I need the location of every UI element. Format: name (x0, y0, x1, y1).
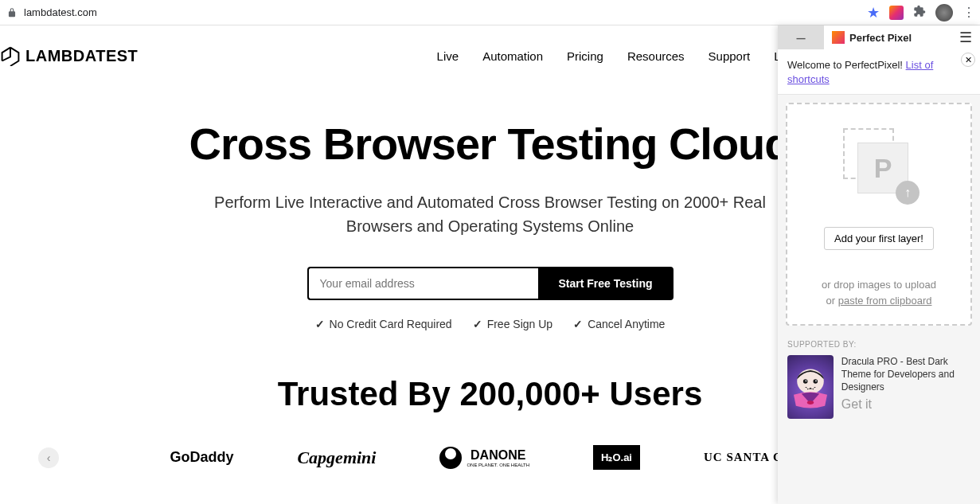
hero-subtitle: Perform Live Interactive and Automated C… (188, 190, 793, 238)
email-input[interactable] (307, 267, 538, 300)
svg-point-2 (813, 379, 818, 384)
perfectpixel-panel: – Perfect Pixel ☰ ✕ Welcome to PerfectPi… (778, 25, 980, 504)
extensions-puzzle-icon[interactable] (913, 5, 926, 21)
supported-by-label: SUPPORTED BY: (778, 334, 980, 352)
nav-link-resources[interactable]: Resources (627, 49, 685, 63)
promo-cta-link[interactable]: Get it (841, 397, 872, 412)
client-logo-danone: DANONE ONE PLANET. ONE HEALTH (439, 447, 529, 469)
carousel-prev-button[interactable]: ‹ (38, 447, 59, 468)
benefit-text: Free Sign Up (487, 318, 552, 330)
svg-point-0 (797, 369, 824, 394)
start-free-testing-button[interactable]: Start Free Testing (538, 267, 674, 300)
check-icon: ✓ (573, 318, 583, 330)
promo-title: Dracula PRO - Best Dark Theme for Develo… (841, 355, 970, 394)
browser-menu-icon[interactable]: ⋮ (962, 5, 974, 20)
brand-name: LAMBDATEST (25, 47, 138, 65)
welcome-close-button[interactable]: ✕ (961, 53, 975, 67)
benefit-text: No Credit Card Required (330, 318, 452, 330)
profile-avatar[interactable] (935, 4, 953, 21)
url-text[interactable]: lambdatest.com (24, 6, 97, 18)
svg-point-1 (803, 379, 808, 384)
browser-address-bar: lambdatest.com ★ ⋮ (0, 0, 980, 25)
bookmark-star-icon[interactable]: ★ (867, 4, 880, 21)
add-layer-button[interactable]: Add your first layer! (824, 227, 934, 250)
panel-menu-icon[interactable]: ☰ (959, 29, 972, 46)
client-logo-godaddy: GoDaddy (170, 449, 233, 466)
perfectpixel-logo: Perfect Pixel (832, 31, 912, 44)
svg-point-3 (805, 380, 806, 381)
client-logo-h2oai: H₂O.ai (593, 445, 640, 470)
danone-circle-icon (439, 447, 462, 469)
svg-point-4 (815, 380, 817, 381)
promo-card[interactable]: Dracula PRO - Best Dark Theme for Develo… (778, 352, 980, 428)
svg-point-5 (807, 400, 814, 404)
lock-icon (6, 7, 18, 18)
panel-minimize-button[interactable]: – (778, 25, 824, 49)
nav-link-pricing[interactable]: Pricing (567, 49, 603, 63)
check-icon: ✓ (315, 318, 325, 330)
nav-link-live[interactable]: Live (437, 49, 459, 63)
dracula-promo-image (787, 355, 834, 419)
upload-arrow-icon: ↑ (896, 181, 919, 205)
check-icon: ✓ (473, 318, 482, 330)
nav-link-automation[interactable]: Automation (482, 49, 543, 63)
vampire-icon (787, 360, 834, 416)
extension-perfectpixel-icon[interactable] (889, 6, 904, 20)
benefit-text: Cancel Anytime (588, 318, 665, 330)
perfectpixel-icon (832, 31, 845, 44)
lambdatest-mark-icon (0, 45, 21, 66)
welcome-banner: ✕ Welcome to PerfectPixel! List of short… (778, 49, 980, 95)
layer-drop-area[interactable]: P ↑ Add your first layer! or drop images… (786, 103, 972, 326)
paste-clipboard-link[interactable]: paste from clipboard (838, 295, 932, 307)
brand-logo[interactable]: LAMBDATEST (0, 45, 138, 66)
layer-stack-illustration: P ↑ (843, 128, 915, 200)
client-logo-capgemini: Capgemini (297, 447, 376, 468)
nav-link-support[interactable]: Support (709, 49, 751, 63)
